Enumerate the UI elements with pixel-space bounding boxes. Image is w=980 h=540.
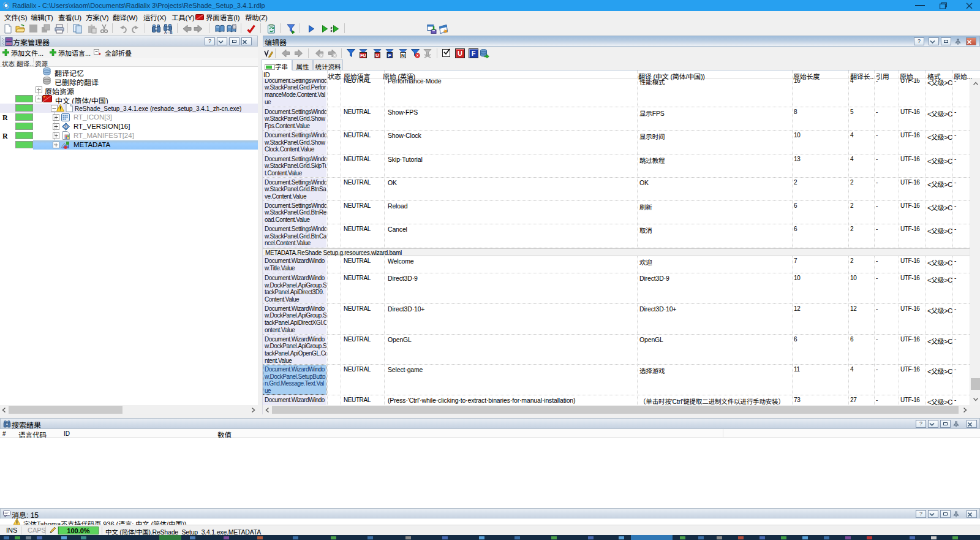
- svg-text:F: F: [388, 53, 391, 58]
- svg-text:U: U: [375, 53, 379, 58]
- svg-text:N: N: [401, 53, 405, 58]
- svg-text:A→B: A→B: [164, 31, 173, 34]
- svg-text:FU: FU: [360, 53, 366, 58]
